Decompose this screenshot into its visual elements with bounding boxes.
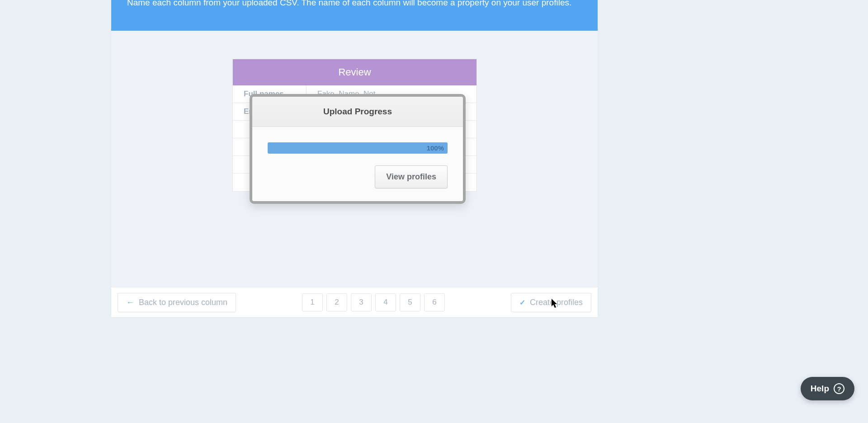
content-area: Review Full names Fake, Name, Not ... Em xyxy=(111,31,598,59)
instruction-banner: Name each column from your uploaded CSV.… xyxy=(111,0,598,31)
upload-progress-modal: Upload Progress 100% View profiles xyxy=(250,94,466,204)
arrow-left-icon: ← xyxy=(126,298,134,307)
modal-body: 100% View profiles xyxy=(252,127,463,201)
pagination: 1 2 3 4 5 6 xyxy=(302,293,445,311)
page-button-4[interactable]: 4 xyxy=(375,293,396,311)
back-button[interactable]: ← Back to previous column xyxy=(118,293,236,312)
instruction-text: Name each column from your uploaded CSV.… xyxy=(127,0,571,8)
page-button-1[interactable]: 1 xyxy=(302,293,323,311)
main-panel: Name each column from your uploaded CSV.… xyxy=(111,0,598,317)
progress-bar: 100% xyxy=(268,142,448,154)
view-profiles-button[interactable]: View profiles xyxy=(375,165,448,188)
page-button-2[interactable]: 2 xyxy=(326,293,347,311)
page-button-5[interactable]: 5 xyxy=(400,293,420,311)
help-button[interactable]: Help ? xyxy=(801,377,854,400)
page-button-3[interactable]: 3 xyxy=(351,293,372,311)
page-button-6[interactable]: 6 xyxy=(424,293,445,311)
back-button-label: Back to previous column xyxy=(139,298,227,307)
review-title: Review xyxy=(233,59,476,85)
help-label: Help xyxy=(811,384,829,394)
modal-title: Upload Progress xyxy=(252,97,463,127)
help-icon: ? xyxy=(834,383,844,394)
create-profiles-button[interactable]: ✓ Create profiles xyxy=(511,293,591,312)
progress-value: 100% xyxy=(427,144,444,152)
create-button-label: Create profiles xyxy=(530,298,583,307)
footer-bar: ← Back to previous column 1 2 3 4 5 6 ✓ … xyxy=(111,287,598,317)
check-icon: ✓ xyxy=(519,298,525,307)
